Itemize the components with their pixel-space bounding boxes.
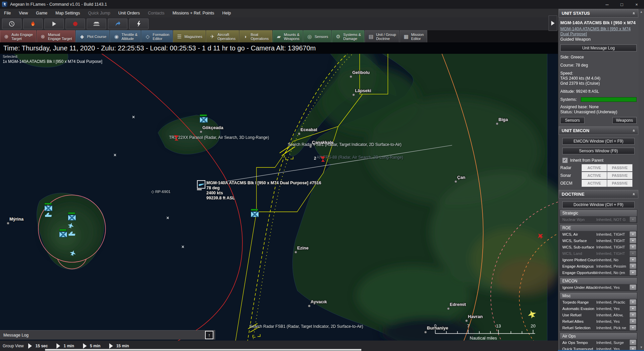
unit-icon[interactable] [200,117,207,122]
doctrine-header[interactable]: DOCTRINE« [559,190,638,198]
unit-icon[interactable] [68,215,76,220]
message-log-bar[interactable]: Message Log ↑ [0,330,215,340]
toolbar-button[interactable]: ▰ Mounts &Weapons [273,30,303,42]
missile-course: 78 deg [206,186,321,191]
menu-item[interactable]: Missions + Ref. Points [168,9,218,17]
collapse-chevron-icon: « [632,193,637,195]
menu-item[interactable]: Contacts [144,9,168,17]
doctrine-section-title: ROE [560,225,637,231]
toolbar-button[interactable]: ◆ Plot Course [76,30,110,42]
sensors-button[interactable]: Sensors [560,117,585,124]
map-viewport[interactable]: 0 7 13 20 Nautical miles GeliboluLâpseki… [0,0,558,351]
selected-missile-icon[interactable] [197,180,205,189]
horizontal-scrollbar-thumb[interactable] [45,349,361,351]
unit-status-header[interactable]: UNIT STATUS« [559,9,638,17]
sidebar-collapse-button[interactable] [549,15,557,31]
unit-icon[interactable] [59,232,67,237]
sensors-window-button[interactable]: Sensors Window (F9) [562,148,635,154]
doctrine-sections: Strategic Nuclear Wpn Inherited, NOT G ▼… [558,209,639,351]
unit-icon[interactable] [251,212,258,217]
dropdown-button[interactable]: ▼ [630,312,636,318]
close-button[interactable]: × [629,0,644,9]
dropdown-button[interactable]: ▼ [630,217,636,222]
lightning-button[interactable] [129,18,149,29]
toolbar-button[interactable]: ◉ Throttle &Altitude [110,30,141,42]
speed-step-button[interactable]: 15 min [109,343,129,349]
scroll-down-icon[interactable]: ▼ [639,346,644,349]
sensor-label: Search Radar FSB1 (Radar, Target Indicat… [249,324,363,329]
dropdown-button[interactable]: ▼ [630,231,636,237]
dropdown-button[interactable]: ▼ [630,257,636,263]
sidebar-scrollbar[interactable]: ▲ ▼ [639,9,644,351]
play-button[interactable] [44,18,64,29]
toolbar-button[interactable]: ⚙ Systems &Damage [332,30,364,42]
reference-point[interactable]: ◇ RP-6901 [151,189,170,194]
dropdown-button[interactable]: ▼ [630,244,636,250]
menu-item[interactable]: File [0,9,15,17]
unit-assignment-status: Status: Unassigned (Underway) [560,110,637,114]
reference-cross-icon: × [132,114,135,120]
toolbar-button[interactable]: ✈ AircraftOperations [206,30,239,42]
maximize-button[interactable]: □ [614,0,629,9]
active-toggle[interactable]: ACTIVE [582,180,607,187]
active-toggle[interactable]: ACTIVE [582,172,607,179]
dropdown-button[interactable]: ▼ [630,238,636,243]
toolbar-button-icon: ◆ [78,34,86,40]
clock-icon [9,21,15,27]
dropdown-button[interactable]: ▼ [630,325,636,330]
dropdown-button[interactable]: ▼ [630,250,636,256]
doctrine-section: Misc Torpedo Range Inherited, Practic ▼ … [560,292,637,331]
doctrine-row: Refuel Allies Inherited, Yes ▼ [560,318,637,324]
toolbar-button[interactable]: ◇ FormationEditor [141,30,173,42]
doctrine-window-button[interactable]: Doctrine Window (Ctrl + F9) [562,201,635,208]
menu-item[interactable]: View [15,9,32,17]
expand-log-button[interactable]: ↑ [205,331,213,339]
toolbar-button[interactable]: ◎ Sensors [303,30,331,42]
collapse-chevron-icon: « [632,12,637,14]
menu-item[interactable]: Unit Orders [114,9,144,17]
dropdown-button[interactable]: ▼ [630,318,636,324]
toolbar-button[interactable]: ◗ BoatOperations [239,30,272,42]
scenario-fire-button[interactable] [23,18,43,29]
map-layers-button[interactable] [87,18,106,29]
menu-item[interactable]: Help [218,9,235,17]
minimize-button[interactable]: ─ [600,0,614,9]
menu-item[interactable]: Game [32,9,51,17]
unit-message-log-button[interactable]: Unit Message Log [560,44,637,51]
toolbar-button[interactable]: ▤ Unit / GroupDoctrine [365,30,399,42]
dropdown-button[interactable]: ▼ [630,299,636,305]
toolbar-button[interactable]: ☰ Magazines [173,30,206,42]
game-clock-button[interactable] [2,18,22,29]
unit-emcon-header[interactable]: UNIT EMCON« [559,126,638,135]
toolbar-button[interactable]: ⊗ ManualEngage Target [37,30,75,42]
passive-toggle[interactable]: PASSIVE [607,164,632,171]
toolbar-button[interactable]: ⊕ Auto EngageTarget [0,30,36,42]
active-toggle[interactable]: ACTIVE [582,164,607,171]
dropdown-button[interactable]: ▼ [630,270,636,275]
dropdown-button[interactable]: ▼ [630,284,636,290]
inherit-from-parent-checkbox[interactable]: ✓ Inherit from Parent [562,158,635,163]
dropdown-button[interactable]: ▼ [630,306,636,311]
toolbar-button-icon: ◗ [242,34,249,39]
jump-button[interactable] [108,18,127,29]
record-button[interactable] [66,18,85,29]
passive-toggle[interactable]: PASSIVE [607,180,632,187]
doctrine-row: Use Refuel Inherited, Allow, ▼ [560,312,637,318]
city-label: Havran [468,314,483,319]
speed-step-button[interactable]: 5 min [83,343,100,349]
menu-item[interactable]: Quick Jump [84,9,114,17]
passive-toggle[interactable]: PASSIVE [607,172,632,179]
emcon-window-button[interactable]: EMCON Window (Ctrl + F9) [562,138,635,145]
weapons-button[interactable]: Weapons [612,117,637,124]
unit-icon[interactable] [45,206,52,211]
menu-item[interactable]: Map Settings [51,9,84,17]
dropdown-button[interactable]: ▼ [630,340,636,345]
dropdown-button[interactable]: ▼ [630,263,636,269]
doctrine-row: Nuclear Wpn Inherited, NOT G ▼ [560,216,637,223]
speed-step-button[interactable]: 15 sec [28,343,48,349]
unit-db-link[interactable]: MGM-140A ATACMS Blk I [950 x M74Dual Pur… [560,27,637,37]
group-view-label[interactable]: Group View [3,344,24,348]
speed-step-button[interactable]: 1 min [56,343,74,349]
scroll-up-icon[interactable]: ▲ [639,10,644,13]
toolbar-button[interactable]: ▦ MissionEditor [400,30,427,42]
